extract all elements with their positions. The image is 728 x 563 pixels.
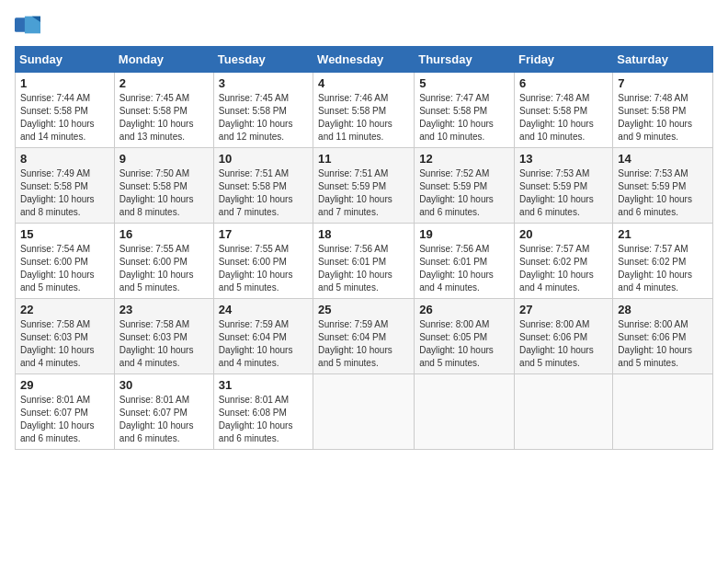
day-number: 29 — [20, 378, 109, 392]
table-row: 27 Sunrise: 8:00 AM Sunset: 6:06 PM Dayl… — [515, 299, 613, 374]
day-info: Sunrise: 7:54 AM Sunset: 6:00 PM Dayligh… — [20, 243, 109, 294]
day-number: 1 — [20, 76, 109, 90]
table-row: 23 Sunrise: 7:58 AM Sunset: 6:03 PM Dayl… — [114, 299, 213, 374]
day-number: 9 — [119, 152, 209, 166]
day-number: 14 — [618, 152, 708, 166]
day-number: 28 — [618, 303, 708, 316]
day-number: 24 — [219, 303, 308, 316]
table-row: 18 Sunrise: 7:56 AM Sunset: 6:01 PM Dayl… — [313, 224, 415, 299]
day-number: 8 — [20, 152, 109, 166]
table-row: 3 Sunrise: 7:45 AM Sunset: 5:58 PM Dayli… — [213, 73, 313, 148]
day-info: Sunrise: 8:01 AM Sunset: 6:07 PM Dayligh… — [119, 394, 209, 445]
table-row: 1 Sunrise: 7:44 AM Sunset: 5:58 PM Dayli… — [16, 73, 115, 148]
table-row: 21 Sunrise: 7:57 AM Sunset: 6:02 PM Dayl… — [613, 224, 713, 299]
day-number: 21 — [618, 227, 708, 241]
day-info: Sunrise: 7:53 AM Sunset: 5:59 PM Dayligh… — [618, 167, 708, 219]
table-row: 14 Sunrise: 7:53 AM Sunset: 5:59 PM Dayl… — [613, 148, 713, 224]
day-info: Sunrise: 8:00 AM Sunset: 6:06 PM Dayligh… — [618, 318, 708, 370]
day-number: 11 — [318, 152, 409, 166]
table-row: 16 Sunrise: 7:55 AM Sunset: 6:00 PM Dayl… — [114, 224, 213, 299]
day-info: Sunrise: 7:58 AM Sunset: 6:03 PM Dayligh… — [20, 318, 109, 370]
calendar-table: Sunday Monday Tuesday Wednesday Thursday… — [15, 46, 713, 450]
day-info: Sunrise: 7:45 AM Sunset: 5:58 PM Dayligh… — [119, 92, 209, 144]
day-number: 7 — [618, 76, 708, 90]
table-row: 10 Sunrise: 7:51 AM Sunset: 5:58 PM Dayl… — [213, 148, 313, 224]
table-row: 26 Sunrise: 8:00 AM Sunset: 6:05 PM Dayl… — [415, 299, 515, 374]
day-number: 25 — [318, 303, 409, 316]
day-number: 12 — [419, 152, 509, 166]
table-row: 28 Sunrise: 8:00 AM Sunset: 6:06 PM Dayl… — [613, 299, 713, 374]
day-info: Sunrise: 7:56 AM Sunset: 6:01 PM Dayligh… — [318, 243, 409, 294]
day-info: Sunrise: 7:59 AM Sunset: 6:04 PM Dayligh… — [219, 318, 308, 370]
table-row: 15 Sunrise: 7:54 AM Sunset: 6:00 PM Dayl… — [16, 224, 115, 299]
calendar-week-row: 15 Sunrise: 7:54 AM Sunset: 6:00 PM Dayl… — [16, 224, 713, 299]
table-row: 20 Sunrise: 7:57 AM Sunset: 6:02 PM Dayl… — [515, 224, 613, 299]
day-number: 3 — [219, 76, 308, 90]
calendar-week-row: 1 Sunrise: 7:44 AM Sunset: 5:58 PM Dayli… — [16, 73, 713, 148]
day-info: Sunrise: 8:01 AM Sunset: 6:07 PM Dayligh… — [20, 394, 109, 445]
table-row: 19 Sunrise: 7:56 AM Sunset: 6:01 PM Dayl… — [415, 224, 515, 299]
day-number: 23 — [119, 303, 209, 316]
table-row: 12 Sunrise: 7:52 AM Sunset: 5:59 PM Dayl… — [415, 148, 515, 224]
day-number: 2 — [119, 76, 209, 90]
table-row: 11 Sunrise: 7:51 AM Sunset: 5:59 PM Dayl… — [313, 148, 415, 224]
table-row: 29 Sunrise: 8:01 AM Sunset: 6:07 PM Dayl… — [16, 374, 115, 450]
col-tuesday: Tuesday — [213, 47, 313, 73]
table-row: 5 Sunrise: 7:47 AM Sunset: 5:58 PM Dayli… — [415, 73, 515, 148]
day-number: 4 — [318, 76, 409, 90]
day-number: 18 — [318, 227, 409, 241]
day-info: Sunrise: 7:44 AM Sunset: 5:58 PM Dayligh… — [20, 92, 109, 144]
table-row: 2 Sunrise: 7:45 AM Sunset: 5:58 PM Dayli… — [114, 73, 213, 148]
table-row: 8 Sunrise: 7:49 AM Sunset: 5:58 PM Dayli… — [16, 148, 115, 224]
day-number: 10 — [219, 152, 308, 166]
day-info: Sunrise: 7:48 AM Sunset: 5:58 PM Dayligh… — [618, 92, 708, 144]
col-saturday: Saturday — [613, 47, 713, 73]
day-info: Sunrise: 7:49 AM Sunset: 5:58 PM Dayligh… — [20, 167, 109, 219]
day-info: Sunrise: 7:47 AM Sunset: 5:58 PM Dayligh… — [419, 92, 509, 144]
col-thursday: Thursday — [415, 47, 515, 73]
day-info: Sunrise: 7:53 AM Sunset: 5:59 PM Dayligh… — [519, 167, 608, 219]
day-info: Sunrise: 7:45 AM Sunset: 5:58 PM Dayligh… — [219, 92, 308, 144]
day-number: 13 — [519, 152, 608, 166]
table-row — [415, 374, 515, 450]
day-number: 6 — [519, 76, 608, 90]
header — [15, 15, 713, 35]
col-sunday: Sunday — [16, 47, 115, 73]
col-wednesday: Wednesday — [313, 47, 415, 73]
col-monday: Monday — [114, 47, 213, 73]
day-number: 26 — [419, 303, 509, 316]
table-row: 13 Sunrise: 7:53 AM Sunset: 5:59 PM Dayl… — [515, 148, 613, 224]
day-number: 15 — [20, 227, 109, 241]
calendar-week-row: 29 Sunrise: 8:01 AM Sunset: 6:07 PM Dayl… — [16, 374, 713, 450]
day-number: 20 — [519, 227, 608, 241]
day-info: Sunrise: 7:57 AM Sunset: 6:02 PM Dayligh… — [618, 243, 708, 294]
day-info: Sunrise: 7:55 AM Sunset: 6:00 PM Dayligh… — [119, 243, 209, 294]
table-row: 30 Sunrise: 8:01 AM Sunset: 6:07 PM Dayl… — [114, 374, 213, 450]
table-row: 9 Sunrise: 7:50 AM Sunset: 5:58 PM Dayli… — [114, 148, 213, 224]
day-number: 17 — [219, 227, 308, 241]
day-info: Sunrise: 7:59 AM Sunset: 6:04 PM Dayligh… — [318, 318, 409, 370]
day-number: 19 — [419, 227, 509, 241]
day-info: Sunrise: 8:00 AM Sunset: 6:05 PM Dayligh… — [419, 318, 509, 370]
calendar-week-row: 22 Sunrise: 7:58 AM Sunset: 6:03 PM Dayl… — [16, 299, 713, 374]
day-info: Sunrise: 8:00 AM Sunset: 6:06 PM Dayligh… — [519, 318, 608, 370]
calendar-header-row: Sunday Monday Tuesday Wednesday Thursday… — [16, 47, 713, 73]
table-row: 31 Sunrise: 8:01 AM Sunset: 6:08 PM Dayl… — [213, 374, 313, 450]
table-row: 24 Sunrise: 7:59 AM Sunset: 6:04 PM Dayl… — [213, 299, 313, 374]
table-row — [613, 374, 713, 450]
day-info: Sunrise: 7:46 AM Sunset: 5:58 PM Dayligh… — [318, 92, 409, 144]
day-info: Sunrise: 7:52 AM Sunset: 5:59 PM Dayligh… — [419, 167, 509, 219]
day-info: Sunrise: 7:51 AM Sunset: 5:59 PM Dayligh… — [318, 167, 409, 219]
day-info: Sunrise: 7:51 AM Sunset: 5:58 PM Dayligh… — [219, 167, 308, 219]
table-row: 4 Sunrise: 7:46 AM Sunset: 5:58 PM Dayli… — [313, 73, 415, 148]
day-info: Sunrise: 7:55 AM Sunset: 6:00 PM Dayligh… — [219, 243, 308, 294]
col-friday: Friday — [515, 47, 613, 73]
day-number: 16 — [119, 227, 209, 241]
day-info: Sunrise: 8:01 AM Sunset: 6:08 PM Dayligh… — [219, 394, 308, 445]
table-row: 17 Sunrise: 7:55 AM Sunset: 6:00 PM Dayl… — [213, 224, 313, 299]
day-number: 5 — [419, 76, 509, 90]
table-row: 7 Sunrise: 7:48 AM Sunset: 5:58 PM Dayli… — [613, 73, 713, 148]
day-number: 31 — [219, 378, 308, 392]
day-number: 22 — [20, 303, 109, 316]
table-row: 25 Sunrise: 7:59 AM Sunset: 6:04 PM Dayl… — [313, 299, 415, 374]
